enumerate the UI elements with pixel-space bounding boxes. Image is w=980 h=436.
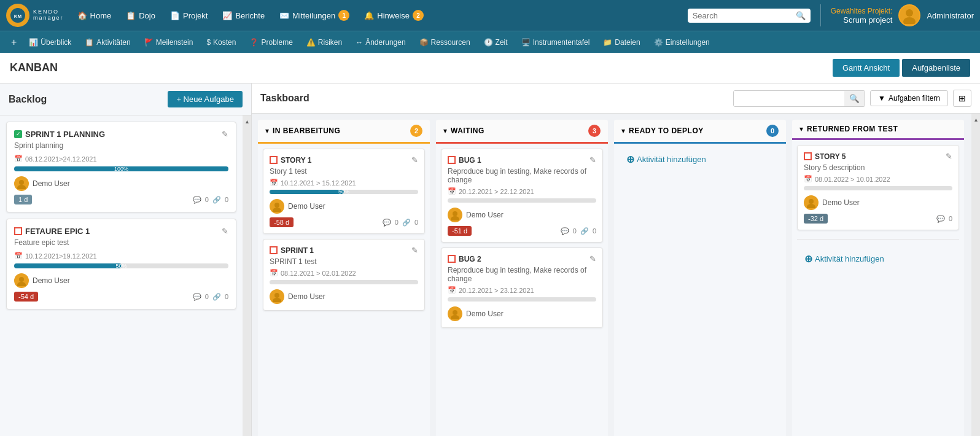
nav-aktivitaten[interactable]: 📋 Aktivitäten xyxy=(79,36,136,49)
calendar-icon2: 📅 xyxy=(14,252,23,260)
nav-dateien[interactable]: 📁 Dateien xyxy=(597,36,646,49)
add-button[interactable]: + xyxy=(6,34,21,50)
svg-point-15 xyxy=(451,315,459,319)
edit-icon2[interactable]: ✎ xyxy=(222,227,228,236)
search-input[interactable] xyxy=(693,11,796,20)
nav-ressourcen[interactable]: 📦 Ressourcen xyxy=(413,36,476,49)
task-card-story1: STORY 1 ✎ Story 1 test 📅 10.12.2021 > 15… xyxy=(263,149,425,234)
svg-point-4 xyxy=(19,180,24,185)
comment-icon2: 💬 xyxy=(193,293,201,301)
nav-zeit[interactable]: 🕐 Zeit xyxy=(478,36,514,49)
meilenstein-icon: 🚩 xyxy=(144,38,154,47)
taskboard-title: Taskboard xyxy=(260,93,309,104)
add-activity-returned[interactable]: ⊕ Aktivität hinzufügen xyxy=(797,248,959,270)
edit-icon[interactable]: ✎ xyxy=(222,130,228,139)
time-badge-story5: -32 d xyxy=(804,214,828,224)
column-waiting: ▾ WAITING 3 BUG 1 xyxy=(436,120,608,436)
nav-instrumententafel[interactable]: 🖥️ Instrumententafel xyxy=(515,36,596,49)
time-badge: 1 d xyxy=(14,195,32,204)
add-activity-ready[interactable]: ⊕ Aktivität hinzufügen xyxy=(619,149,781,170)
badge-waiting: 3 xyxy=(588,125,601,137)
chevron-in-bearbeitung[interactable]: ▾ xyxy=(265,127,269,135)
edit-bug2-icon[interactable]: ✎ xyxy=(589,254,596,263)
second-nav: + 📊 Überblick 📋 Aktivitäten 🚩 Meilenstei… xyxy=(0,31,980,53)
search-box[interactable]: 🔍 xyxy=(688,9,811,23)
kosten-icon: $ xyxy=(206,38,211,47)
link-icon2: 🔗 xyxy=(212,293,221,301)
taskboard-search-input[interactable] xyxy=(734,91,844,106)
nav-risiken[interactable]: ⚠️ Risiken xyxy=(300,36,348,49)
col-scroll-returned[interactable]: STORY 5 ✎ Story 5 description 📅 08.01.20… xyxy=(792,140,964,436)
nav-anderungen[interactable]: ↔️ Änderungen xyxy=(349,36,411,49)
task-type-icon-s5 xyxy=(804,152,812,160)
calendar-icon-t2: 📅 xyxy=(270,269,278,277)
aufgabenliste-button[interactable]: Aufgabenliste xyxy=(902,59,970,77)
edit-task-icon2[interactable]: ✎ xyxy=(411,246,418,255)
page-title: KANBAN xyxy=(10,61,58,74)
nav-mitteilungen[interactable]: ✉️ Mitteilungen 1 xyxy=(273,6,356,25)
task-avatar-s1b xyxy=(270,289,284,304)
taskboard-search[interactable]: 🔍 xyxy=(733,90,865,107)
task-avatar-b1 xyxy=(448,208,462,222)
svg-point-6 xyxy=(19,277,24,282)
nav-meilenstein[interactable]: 🚩 Meilenstein xyxy=(138,36,200,49)
anderungen-icon: ↔️ xyxy=(356,38,363,47)
user-row: Demo User xyxy=(14,176,70,191)
hinweise-icon: 🔔 xyxy=(364,11,374,20)
dojo-icon: 📋 xyxy=(126,11,136,20)
taskboard-scroll-up[interactable]: ▴ xyxy=(971,116,980,123)
scroll-up-arrow[interactable]: ▴ xyxy=(243,118,251,125)
taskboard-scrollbar[interactable]: ▴ ▾ xyxy=(971,114,980,436)
nav-projekt[interactable]: 📄 Projekt xyxy=(164,7,214,24)
svg-point-11 xyxy=(273,298,281,302)
zeit-icon: 🕐 xyxy=(484,38,493,47)
filter-icon: ▼ xyxy=(878,94,885,103)
nav-dojo[interactable]: 📋 Dojo xyxy=(120,7,161,24)
svg-point-14 xyxy=(453,310,457,315)
chevron-waiting[interactable]: ▾ xyxy=(443,127,447,135)
nav-berichte[interactable]: 📈 Berichte xyxy=(216,7,271,24)
backlog-scroll[interactable]: ✓ SPRINT 1 PLANNING ✎ Sprint planning 📅 … xyxy=(0,115,243,436)
svg-point-2 xyxy=(906,9,913,17)
nav-home[interactable]: 🏠 Home xyxy=(71,7,118,24)
plus-icon-returned: ⊕ xyxy=(804,253,812,265)
nav-einstellungen[interactable]: ⚙️ Einstellungen xyxy=(648,36,716,49)
task-card-story5: STORY 5 ✎ Story 5 description 📅 08.01.20… xyxy=(797,145,959,230)
top-nav: KM KENDO manager 🏠 Home 📋 Dojo 📄 Projekt… xyxy=(0,0,980,31)
edit-task-icon[interactable]: ✎ xyxy=(411,155,418,165)
taskboard-header: Taskboard 🔍 ▼ Aufgaben filtern ⊞ xyxy=(252,84,980,114)
plus-icon-ready: ⊕ xyxy=(626,154,634,165)
svg-point-7 xyxy=(17,282,26,286)
gantt-ansicht-button[interactable]: Gantt Ansicht xyxy=(833,59,900,77)
backlog-card-sprint1: ✓ SPRINT 1 PLANNING ✎ Sprint planning 📅 … xyxy=(6,122,236,212)
grid-view-button[interactable]: ⊞ xyxy=(953,90,971,107)
col-scroll-waiting[interactable]: BUG 1 ✎ Reproduce bug in testing, Make r… xyxy=(436,144,608,436)
nav-probleme[interactable]: ❓ Probleme xyxy=(243,36,298,49)
berichte-icon: 📈 xyxy=(222,11,232,20)
bug-type-icon2 xyxy=(448,255,456,263)
edit-story5-icon[interactable]: ✎ xyxy=(946,152,952,161)
chevron-ready[interactable]: ▾ xyxy=(621,127,625,135)
col-scroll-ready[interactable]: ⊕ Aktivität hinzufügen xyxy=(614,144,786,436)
uberblick-icon: 📊 xyxy=(29,38,38,47)
project-label: Gewähltes Projekt: Scrum project xyxy=(831,7,893,25)
nav-kosten[interactable]: $ Kosten xyxy=(200,36,242,49)
filter-button[interactable]: ▼ Aufgaben filtern xyxy=(870,90,948,106)
col-scroll-in-bearbeitung[interactable]: STORY 1 ✎ Story 1 test 📅 10.12.2021 > 15… xyxy=(258,144,430,436)
nav-hinweise[interactable]: 🔔 Hinweise 2 xyxy=(358,6,430,25)
svg-point-13 xyxy=(451,216,459,220)
nav-uberblick[interactable]: 📊 Überblick xyxy=(23,36,77,49)
edit-bug1-icon[interactable]: ✎ xyxy=(589,155,596,165)
task-card-sprint1b: SPRINT 1 ✎ SPRINT 1 test 📅 08.12.2021 > … xyxy=(263,239,425,311)
backlog-scrollbar[interactable]: ▴ ▾ xyxy=(243,115,251,436)
calendar-icon-b1: 📅 xyxy=(448,187,456,195)
chevron-returned[interactable]: ▾ xyxy=(799,125,803,133)
user-avatar-mini xyxy=(14,176,29,191)
svg-point-16 xyxy=(809,199,814,204)
taskboard-search-button[interactable]: 🔍 xyxy=(844,91,865,106)
neue-aufgabe-button[interactable]: + Neue Aufgabe xyxy=(168,91,243,107)
calendar-icon-b2: 📅 xyxy=(448,286,456,294)
time-badge-story1: -58 d xyxy=(270,217,294,227)
logo[interactable]: KM KENDO manager xyxy=(6,4,64,27)
comment-icon-s5: 💬 xyxy=(936,215,945,223)
